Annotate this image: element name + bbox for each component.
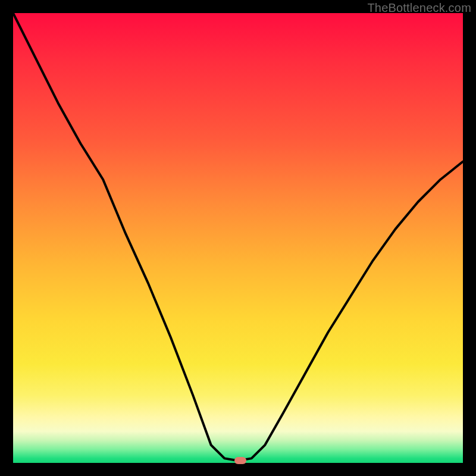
- watermark-label: TheBottleneck.com: [367, 1, 471, 15]
- bottleneck-curve: [13, 13, 463, 463]
- chart-plot-area: [13, 13, 463, 463]
- curve-line: [13, 13, 463, 461]
- optimal-marker: [234, 457, 246, 464]
- chart-frame: TheBottleneck.com: [0, 0, 476, 476]
